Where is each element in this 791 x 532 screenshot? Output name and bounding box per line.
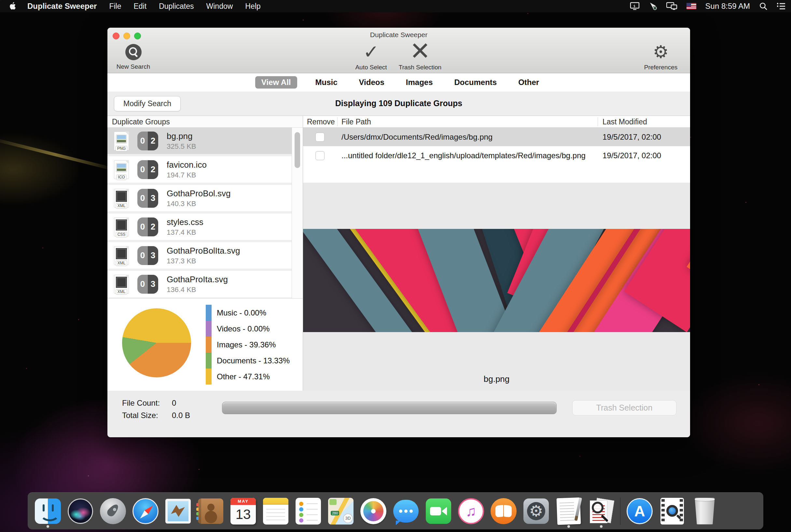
group-count-badge: 02	[137, 217, 158, 236]
duplicate-groups-status: Displaying 109 Duplicate Groups	[108, 99, 690, 108]
file-count-value: 0	[172, 399, 176, 407]
group-count-badge: 02	[137, 132, 158, 150]
displays-icon[interactable]	[666, 2, 677, 11]
preview-caption: bg.png	[303, 374, 690, 384]
remove-checkbox[interactable]	[315, 151, 325, 160]
checkmark-icon: ✓	[350, 42, 392, 62]
dock-icon-messages[interactable]	[390, 494, 422, 529]
file-row-2[interactable]: ...untitled folder/dle12_1_english/uploa…	[303, 146, 690, 165]
dock-icon-system-preferences[interactable]: ⚙	[520, 494, 553, 529]
tab-documents[interactable]: Documents	[451, 76, 500, 89]
code-file-icon: CSS	[114, 217, 129, 236]
spotlight-search-icon[interactable]	[759, 2, 768, 11]
us-flag-icon[interactable]	[687, 3, 696, 10]
tab-other[interactable]: Other	[515, 76, 542, 89]
screen-mirroring-icon[interactable]	[630, 2, 640, 11]
dock-icon-itunes[interactable]: ♫	[455, 494, 487, 529]
remove-checkbox[interactable]	[315, 133, 325, 141]
table-header: Remove File Path Last Modified	[303, 116, 690, 128]
group-file-name: favicon.ico	[167, 160, 207, 170]
dock-icon-finder[interactable]	[32, 494, 64, 529]
dock-icon-mail[interactable]	[162, 494, 194, 529]
file-path-cell: /Users/dmx/Documents/Red/images/bg.png	[342, 133, 493, 141]
menu-duplicates[interactable]: Duplicates	[159, 2, 194, 11]
legend-swatch-music	[206, 305, 212, 321]
group-row-styles-css[interactable]: CSS 02 styles.css137.4 KB	[108, 214, 292, 240]
menu-window[interactable]: Window	[206, 2, 233, 11]
dock-icon-reminders[interactable]	[292, 494, 325, 529]
new-search-button[interactable]: New Search	[115, 42, 152, 70]
tab-music[interactable]: Music	[312, 76, 341, 89]
pointer-app-icon[interactable]	[649, 2, 657, 11]
x-icon: ✕	[393, 42, 447, 62]
dock-icon-quicktime[interactable]	[656, 494, 689, 529]
group-count-badge: 03	[137, 246, 158, 265]
column-divider	[598, 117, 598, 126]
list-scrollbar-thumb[interactable]	[295, 132, 300, 168]
dock-icon-maps[interactable]: 2803D	[325, 494, 357, 529]
group-row-favicon-ico[interactable]: ICO 02 favicon.ico194.7 KB	[108, 156, 292, 183]
preferences-button[interactable]: ⚙ Preferences	[636, 42, 685, 71]
dock-icon-calendar[interactable]: MAY13	[227, 494, 259, 529]
groups-panel-header: Duplicate Groups	[108, 116, 303, 128]
dock: MAY13 2803D ♫ ⚙ A	[28, 492, 763, 529]
menubar-clock[interactable]: Sun 8:59 AM	[706, 2, 750, 11]
dock-icon-photos[interactable]	[357, 494, 390, 529]
tab-view-all[interactable]: View All	[255, 76, 297, 89]
file-count-label: File Count:	[122, 399, 160, 407]
list-scrollbar-track[interactable]	[292, 128, 303, 298]
legend-label-documents: Documents - 13.33%	[217, 353, 290, 368]
group-count-badge: 03	[137, 275, 158, 294]
legend-swatch-images	[206, 337, 212, 353]
menu-file[interactable]: File	[109, 2, 121, 11]
group-file-size: 137.3 KB	[167, 257, 240, 265]
trash-selection-toolbar-button[interactable]: ✕ Trash Selection	[393, 42, 447, 71]
window-footer: File Count: 0 Total Size: 0.0 B Trash Se…	[108, 391, 690, 437]
dock-icon-safari[interactable]	[129, 494, 162, 529]
legend-label-videos: Videos - 0.00%	[217, 321, 290, 337]
menu-help[interactable]: Help	[245, 2, 261, 11]
desktop: Duplicate Sweeper File Edit Duplicates W…	[0, 0, 791, 532]
duplicate-sweeper-window: Duplicate Sweeper New Search ✓ Auto Sele…	[108, 28, 690, 437]
tab-images[interactable]: Images	[403, 76, 436, 89]
main-content: Duplicate Groups PNG 02 bg.png325.5 KB I…	[108, 116, 690, 391]
tab-videos[interactable]: Videos	[356, 76, 388, 89]
group-file-name: styles.css	[167, 217, 204, 227]
legend-label-other: Other - 47.31%	[217, 368, 290, 384]
group-row-gothaproita-svg[interactable]: XML 03 GothaProIta.svg136.4 KB	[108, 271, 292, 297]
group-file-name: GothaProBolIta.svg	[167, 246, 240, 256]
selection-progress-bar	[222, 402, 557, 414]
dock-icon-siri[interactable]	[64, 494, 97, 529]
code-file-icon: XML	[114, 275, 129, 294]
legend-swatch-videos	[206, 321, 212, 337]
column-header-remove: Remove	[307, 116, 335, 128]
notification-center-icon[interactable]	[777, 2, 786, 10]
trash-selection-button[interactable]: Trash Selection	[572, 400, 676, 415]
dock-icon-duplicate-sweeper[interactable]	[585, 494, 617, 529]
dock-icon-contacts[interactable]	[194, 494, 227, 529]
auto-select-button[interactable]: ✓ Auto Select	[350, 42, 392, 71]
filter-bar: Modify Search Displaying 109 Duplicate G…	[108, 92, 690, 116]
column-header-file-path: File Path	[342, 116, 371, 128]
menubar-app-name[interactable]: Duplicate Sweeper	[27, 2, 97, 11]
column-divider	[337, 117, 337, 126]
dock-icon-ibooks[interactable]	[487, 494, 520, 529]
group-row-gothaprobolita-svg[interactable]: XML 03 GothaProBolIta.svg137.3 KB	[108, 242, 292, 269]
code-file-icon: XML	[114, 246, 129, 265]
dock-icon-app-store[interactable]: A	[623, 494, 656, 529]
dock-icon-facetime[interactable]	[422, 494, 455, 529]
duplicate-groups-list: PNG 02 bg.png325.5 KB ICO 02 favicon.ico…	[108, 128, 292, 298]
menu-edit[interactable]: Edit	[133, 2, 147, 11]
file-row-1[interactable]: /Users/dmx/Documents/Red/images/bg.png 1…	[303, 128, 690, 146]
statistics-section: Music - 0.00% Videos - 0.00% Images - 39…	[108, 298, 303, 391]
dock-icon-trash[interactable]	[689, 494, 721, 529]
window-titlebar: Duplicate Sweeper New Search ✓ Auto Sele…	[108, 28, 690, 73]
dock-icon-launchpad[interactable]	[97, 494, 129, 529]
group-row-gothaprobol-svg[interactable]: XML 03 GothaProBol.svg140.3 KB	[108, 185, 292, 211]
group-row-bg-png[interactable]: PNG 02 bg.png325.5 KB	[108, 128, 292, 154]
dock-icon-textedit[interactable]	[553, 494, 585, 529]
image-file-icon: PNG	[114, 132, 129, 150]
dock-icon-notes[interactable]	[259, 494, 292, 529]
group-file-size: 194.7 KB	[167, 171, 207, 179]
apple-menu[interactable]	[9, 2, 16, 11]
